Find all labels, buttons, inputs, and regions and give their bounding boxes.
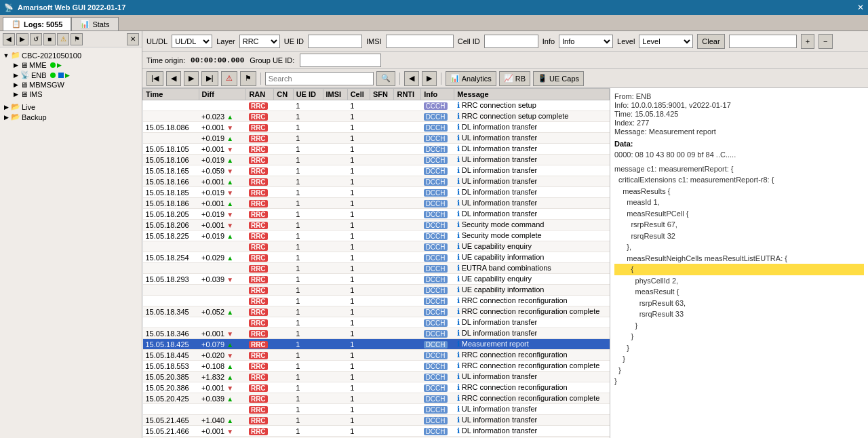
cell-ueid: 1 xyxy=(293,176,323,187)
cell-ran: RRC xyxy=(246,328,274,339)
flag-btn[interactable]: ⚑ xyxy=(240,71,256,86)
cellid-input[interactable] xyxy=(484,35,538,48)
cell-cn xyxy=(274,393,293,404)
table-row[interactable]: 15.05.20.385 +1.832 ▲ RRC 1 1 DCCH ℹ UL … xyxy=(143,372,610,382)
table-row[interactable]: RRC 1 1 DCCH ℹ RRC connection reconfigur… xyxy=(143,296,610,306)
cell-sfn xyxy=(370,241,394,252)
nav-end-btn[interactable]: ▶| xyxy=(201,71,218,86)
nav-prev-btn[interactable]: ◀ xyxy=(166,71,181,86)
search-icon-btn[interactable]: 🔍 xyxy=(376,71,395,86)
nav-start-btn[interactable]: |◀ xyxy=(146,71,163,86)
sidebar-warn-btn[interactable]: ⚠ xyxy=(57,33,69,45)
table-row[interactable]: 15.05.20.425 +0.039 ▲ RRC 1 1 DCCH ℹ RRC… xyxy=(143,393,610,404)
cell-cell: 1 xyxy=(347,187,370,198)
table-row[interactable]: RRC 1 1 CCCH ℹ RRC connection setup xyxy=(143,100,610,111)
sidebar-close-btn[interactable]: ✕ xyxy=(127,33,139,45)
table-row[interactable]: 15.05.21.465 +1.040 ▲ RRC 1 1 DCCH ℹ UL … xyxy=(143,415,610,426)
sidebar-back-btn[interactable]: ◀ xyxy=(3,33,15,45)
table-row[interactable]: 15.05.18.106 +0.019 ▲ RRC 1 1 DCCH ℹ UL … xyxy=(143,155,610,165)
cell-ran: RRC xyxy=(246,306,274,317)
cell-diff: +0.001 ▼ xyxy=(199,144,246,155)
detail-code: message c1: measurementReport: { critica… xyxy=(614,163,864,387)
table-row[interactable]: 15.05.18.185 +0.019 ▼ RRC 1 1 DCCH ℹ DL … xyxy=(143,187,610,198)
cell-ran: RRC xyxy=(246,122,274,133)
level-select[interactable]: Level xyxy=(639,35,693,48)
table-row[interactable]: +0.023 ▲ RRC 1 1 DCCH ℹ RRC connection s… xyxy=(143,111,610,122)
sidebar-refresh-btn[interactable]: ↺ xyxy=(30,33,42,45)
nav-prev2-btn[interactable]: ◀ xyxy=(404,71,419,86)
table-row[interactable]: 15.05.18.425 +0.079 ▲ RRC 1 1 DCCH ℹ Mea… xyxy=(143,339,610,350)
ueid-input[interactable] xyxy=(308,35,362,48)
table-row[interactable]: RRC 1 1 DCCH ℹ DL information transfer xyxy=(143,317,610,328)
imsi-input[interactable] xyxy=(386,35,454,48)
cell-time: 15.05.18.185 xyxy=(143,187,199,198)
table-row[interactable]: 15.05.18.293 +0.039 ▼ RRC 1 1 DCCH ℹ UE … xyxy=(143,274,610,285)
table-row[interactable]: 15.05.18.346 +0.001 ▼ RRC 1 1 DCCH ℹ DL … xyxy=(143,328,610,339)
table-row[interactable]: 15.05.18.166 +0.001 ▲ RRC 1 1 DCCH ℹ UL … xyxy=(143,176,610,187)
uldl-select[interactable]: UL/DLULDL xyxy=(172,35,212,48)
search-input[interactable] xyxy=(265,72,374,85)
table-row[interactable]: 15.05.18.086 +0.001 ▼ RRC 1 1 DCCH ℹ DL … xyxy=(143,122,610,133)
cell-sfn xyxy=(370,306,394,317)
table-row[interactable]: 15.05.18.254 +0.029 ▲ RRC 1 1 DCCH ℹ UE … xyxy=(143,252,610,263)
layer-select[interactable]: RRCNASS1AP xyxy=(239,35,280,48)
cell-info: DCCH xyxy=(421,241,454,252)
table-row[interactable]: RRC 1 1 DCCH ℹ UE capability information xyxy=(143,285,610,296)
cell-time: 15.05.21.466 xyxy=(143,426,199,437)
nav-next2-btn[interactable]: ▶ xyxy=(422,71,437,86)
table-row[interactable]: RRC 1 1 DCCH ℹ UE capability enquiry xyxy=(143,241,610,252)
table-row[interactable]: 15.05.18.165 +0.059 ▼ RRC 1 1 DCCH ℹ DL … xyxy=(143,165,610,176)
close-icon[interactable]: ✕ xyxy=(857,3,864,12)
table-row[interactable]: 15.05.18.205 +0.019 ▼ RRC 1 1 DCCH ℹ DL … xyxy=(143,209,610,220)
table-row[interactable]: 15.05.18.553 +0.108 ▲ RRC 1 1 DCCH ℹ RRC… xyxy=(143,361,610,372)
table-row[interactable]: 15.05.18.186 +0.001 ▲ RRC 1 1 DCCH ℹ UL … xyxy=(143,198,610,209)
add-filter-btn[interactable]: + xyxy=(801,34,814,49)
code-line: rsrpResult 63, xyxy=(614,298,864,309)
cell-sfn xyxy=(370,176,394,187)
table-row[interactable]: 15.05.21.466 +0.001 ▼ RRC 1 1 DCCH ℹ DL … xyxy=(143,426,610,437)
tree-item-enb[interactable]: ▶ 📡 ENB ▶ xyxy=(12,70,139,80)
cell-ueid: 1 xyxy=(293,122,323,133)
tab-logs[interactable]: 📋 Logs: 5055 xyxy=(3,17,71,31)
cell-info: DCCH xyxy=(421,263,454,274)
table-row[interactable]: 15.05.18.345 +0.052 ▲ RRC 1 1 DCCH ℹ RRC… xyxy=(143,306,610,317)
tree-item-mbmsgw[interactable]: ▶ 🖥 MBMSGW xyxy=(12,80,139,89)
table-row[interactable]: +0.019 ▲ RRC 1 1 DCCH ℹ UL information t… xyxy=(143,133,610,144)
tab-stats[interactable]: 📊 Stats xyxy=(71,17,118,31)
detail-from: From: ENB xyxy=(614,92,864,100)
clear-button[interactable]: Clear xyxy=(697,34,724,49)
col-time: Time xyxy=(143,89,199,100)
sidebar-fwd-btn[interactable]: ▶ xyxy=(16,33,28,45)
remove-filter-btn[interactable]: − xyxy=(818,34,832,49)
cell-diff: +0.039 ▲ xyxy=(199,393,246,404)
tree-root[interactable]: ▼ 📁 CBC-2021050100 xyxy=(3,50,139,60)
rb-btn[interactable]: 📈 RB xyxy=(499,71,530,86)
tree-item-ims[interactable]: ▶ 🖥 IMS xyxy=(12,89,139,99)
cell-cn xyxy=(274,339,293,350)
analytics-btn[interactable]: 📊 Analytics xyxy=(446,71,496,86)
log-table-container[interactable]: Time Diff RAN CN UE ID IMSI Cell SFN RNT… xyxy=(142,88,610,438)
info-select[interactable]: Info xyxy=(559,35,613,48)
warn-btn[interactable]: ⚠ xyxy=(221,71,237,86)
table-row[interactable]: 15.05.18.206 +0.001 ▼ RRC 1 1 DCCH ℹ Sec… xyxy=(143,220,610,231)
ue-caps-btn[interactable]: 📱 UE Caps xyxy=(533,71,584,86)
table-row[interactable]: 15.05.20.386 +0.001 ▼ RRC 1 1 DCCH ℹ RRC… xyxy=(143,382,610,393)
table-row[interactable]: RRC 1 1 DCCH ℹ EUTRA band combinations xyxy=(143,263,610,274)
cell-imsi xyxy=(323,133,347,144)
cell-diff xyxy=(199,285,246,296)
nav-next-btn[interactable]: ▶ xyxy=(184,71,199,86)
table-row[interactable]: RRC 1 1 DCCH ℹ UL information transfer xyxy=(143,404,610,415)
table-row[interactable]: 15.05.18.225 +0.019 ▲ RRC 1 1 DCCH ℹ Sec… xyxy=(143,231,610,241)
table-row[interactable]: 15.05.18.105 +0.001 ▼ RRC 1 1 DCCH ℹ DL … xyxy=(143,144,610,155)
main-layout: ◀ ▶ ↺ ■ ⚠ ⚑ ✕ ▼ 📁 CBC-2021050100 ▶ 🖥 MME… xyxy=(0,31,868,438)
tree-item-backup[interactable]: ▶ 📂 Backup xyxy=(3,112,139,122)
sidebar-stop-btn[interactable]: ■ xyxy=(43,33,56,45)
tree-item-mme[interactable]: ▶ 🖥 MME ▶ xyxy=(12,60,139,70)
sidebar-flag-btn[interactable]: ⚑ xyxy=(71,33,83,45)
code-line: } xyxy=(614,320,864,332)
table-row[interactable]: 15.05.18.445 +0.020 ▼ RRC 1 1 DCCH ℹ RRC… xyxy=(143,350,610,361)
cell-imsi xyxy=(323,155,347,165)
tree-item-live[interactable]: ▶ 📂 Live xyxy=(3,102,139,112)
group-ue-input[interactable] xyxy=(300,54,381,67)
filter-extra-input[interactable] xyxy=(729,35,797,48)
